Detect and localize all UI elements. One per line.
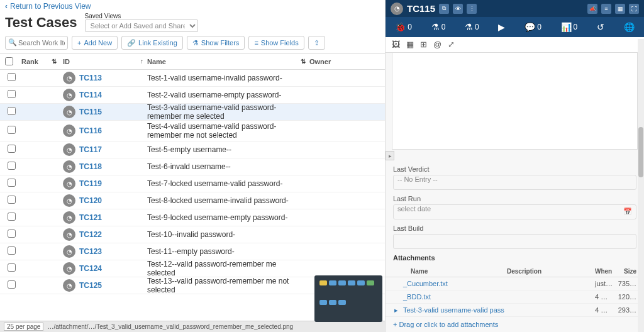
table-row[interactable]: ◔TC123Test-11--empty password-	[0, 243, 385, 260]
row-checkbox[interactable]	[8, 213, 16, 221]
description-editor[interactable]	[392, 53, 638, 150]
sort-icon[interactable]: ↑	[140, 58, 143, 65]
attachments-header: Name Description When Size	[386, 266, 644, 277]
table-icon[interactable]: ▦	[406, 40, 414, 49]
row-name: Test-9-locked username-empty password-	[147, 213, 309, 222]
testcase-icon: ◔	[63, 177, 75, 190]
table-header: Rank⇅ ID↑ Name⇅ Owner	[0, 53, 385, 70]
table-row[interactable]: ◔TC114Test-2-valid username-empty passwo…	[0, 87, 385, 104]
id-link[interactable]: TC114	[79, 91, 102, 99]
nav-tests1[interactable]: ⚗0	[431, 22, 446, 32]
grid-view-icon[interactable]: ▦	[615, 4, 625, 14]
table-row[interactable]: ◔TC116Test-4-valid username-valid passwo…	[0, 121, 385, 141]
id-link[interactable]: TC115	[79, 108, 102, 116]
at-icon[interactable]: @	[433, 40, 441, 49]
globe-icon: 🌐	[624, 22, 635, 32]
table-row[interactable]: ◔TC117Test-5-empty username--	[0, 141, 385, 158]
sort-icon[interactable]: ⇅	[52, 58, 57, 65]
select-all-checkbox[interactable]	[5, 57, 13, 65]
copy-icon[interactable]: ⧉	[439, 4, 449, 14]
id-link[interactable]: TC120	[79, 196, 102, 205]
preview-thumbnail[interactable]	[314, 275, 382, 322]
id-link[interactable]: TC116	[79, 126, 102, 135]
nav-globe[interactable]: 🌐	[624, 22, 635, 32]
id-link[interactable]: TC125	[79, 281, 102, 290]
collapse-toggle[interactable]: ▸	[386, 151, 394, 160]
testcase-icon: ◔	[63, 228, 75, 241]
col-name[interactable]: Name	[147, 58, 166, 65]
row-checkbox[interactable]	[8, 263, 16, 272]
row-checkbox[interactable]	[8, 280, 16, 289]
col-owner[interactable]: Owner	[309, 58, 331, 65]
image-icon[interactable]: 🖼	[392, 40, 400, 49]
id-link[interactable]: TC121	[79, 213, 102, 222]
breadcrumb-back[interactable]: Return to Previous View	[5, 2, 91, 11]
show-filters-button[interactable]: ⚗Show Filters	[187, 36, 245, 50]
list-icon: ≡	[254, 39, 258, 47]
link-existing-button[interactable]: 🔗Link Existing	[121, 36, 183, 50]
scrollbar[interactable]	[638, 39, 644, 332]
nav-history[interactable]: ↺	[597, 22, 604, 32]
testcase-icon: ◔	[63, 143, 75, 156]
table-row[interactable]: ◔TC113Test-1-valid username-invalid pass…	[0, 70, 385, 87]
nav-chart[interactable]: 📊0	[561, 22, 578, 32]
id-link[interactable]: TC117	[79, 145, 102, 154]
row-checkbox[interactable]	[8, 230, 16, 238]
grid-icon[interactable]: ⊞	[420, 40, 427, 49]
row-name: Test-13--valid password-remember me not …	[147, 277, 309, 295]
fullscreen-icon[interactable]: ⛶	[629, 4, 639, 14]
row-checkbox[interactable]	[8, 162, 16, 170]
id-link[interactable]: TC124	[79, 264, 102, 273]
table-row[interactable]: ◔TC119Test-7-locked username-valid passw…	[0, 175, 385, 192]
more-icon[interactable]: ⋮	[467, 4, 477, 14]
table-row[interactable]: ◔TC115Test-3-valid username-valid passwo…	[0, 104, 385, 121]
col-id[interactable]: ID	[63, 58, 70, 65]
row-checkbox[interactable]	[8, 145, 16, 153]
row-checkbox[interactable]	[8, 179, 16, 187]
expand-icon[interactable]: ⤢	[448, 40, 455, 49]
attachment-row[interactable]: _BDD.txt4 …120…	[386, 290, 644, 304]
nav-run[interactable]: ▶	[498, 22, 505, 32]
nav-tests2[interactable]: ⚗0	[465, 22, 479, 32]
watch-icon[interactable]: 👁	[453, 4, 463, 14]
testcase-icon: ◔	[63, 279, 75, 292]
last-run-date[interactable]: select date	[393, 204, 636, 219]
row-checkbox[interactable]	[8, 73, 16, 81]
id-link[interactable]: TC113	[79, 74, 102, 82]
attachment-row[interactable]: Test-3-valid username-valid pass4 …293…	[386, 304, 644, 317]
id-link[interactable]: TC123	[79, 247, 102, 256]
attachments-dropzone[interactable]: Drag or click to add attachments	[386, 317, 644, 332]
list-view-icon[interactable]: ≡	[601, 4, 611, 14]
attachment-name[interactable]: Test-3-valid username-valid pass	[393, 306, 507, 314]
announce-icon[interactable]: 📣	[587, 4, 597, 14]
attachment-name[interactable]: _BDD.txt	[393, 293, 507, 301]
row-checkbox[interactable]	[8, 126, 16, 134]
saved-views-select[interactable]: Select or Add Saved and Shared Views	[85, 19, 198, 32]
attachment-name[interactable]: _Cucumber.txt	[393, 280, 507, 287]
sort-icon[interactable]: ⇅	[301, 58, 306, 65]
id-link[interactable]: TC119	[79, 179, 102, 188]
footer-bar: 25 per page …/attachment/…/Test_3_valid_…	[0, 321, 385, 332]
export-button[interactable]: ⇪	[308, 36, 325, 50]
id-link[interactable]: TC122	[79, 230, 102, 239]
col-rank[interactable]: Rank	[21, 58, 38, 65]
per-page-select[interactable]: 25 per page	[4, 323, 43, 331]
table-row[interactable]: ◔TC120Test-8-locked username-invalid pas…	[0, 192, 385, 209]
table-row[interactable]: ◔TC118Test-6-invald username--	[0, 158, 385, 175]
last-verdict-select[interactable]: -- No Entry --	[393, 175, 636, 190]
add-new-button[interactable]: +Add New	[72, 36, 118, 50]
row-checkbox[interactable]	[8, 196, 16, 204]
show-fields-button[interactable]: ≡Show Fields	[248, 36, 304, 50]
testcase-icon: ◔	[391, 3, 403, 15]
row-checkbox[interactable]	[8, 107, 16, 115]
last-build-input[interactable]	[393, 234, 636, 249]
id-link[interactable]: TC118	[79, 162, 102, 171]
row-checkbox[interactable]	[8, 90, 16, 98]
table-row[interactable]: ◔TC121Test-9-locked username-empty passw…	[0, 209, 385, 226]
table-row[interactable]: ◔TC122Test-10--invalid password-	[0, 226, 385, 243]
attachment-row[interactable]: _Cucumber.txtjust…735…	[386, 277, 644, 290]
nav-discuss[interactable]: 💬0	[525, 22, 541, 32]
row-checkbox[interactable]	[8, 246, 16, 255]
nav-defects[interactable]: 🐞0	[395, 22, 412, 32]
table-row[interactable]: ◔TC124Test-12--valid password-remember m…	[0, 260, 385, 277]
